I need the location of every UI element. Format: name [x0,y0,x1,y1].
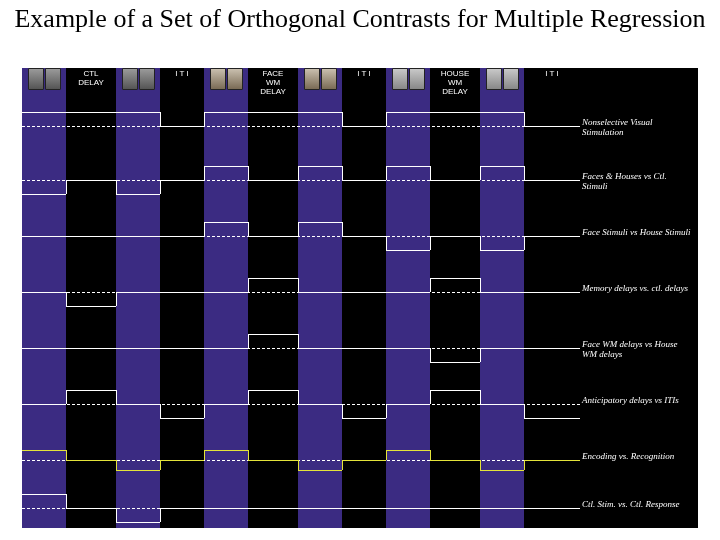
contrast-step [204,166,248,167]
contrast-step [116,470,160,471]
contrast-step [248,180,298,181]
contrast-step [22,348,66,349]
contrast-step-vert [248,390,249,404]
contrast-step-vert [66,390,67,404]
slide-title: Example of a Set of Orthogonal Contrasts… [0,0,720,34]
contrast-step [204,222,248,223]
contrast-baseline [22,126,580,127]
contrast-step-vert [248,278,249,292]
contrast-step [524,418,580,419]
contrast-step [386,404,430,405]
contrast-step [66,460,116,461]
contrast-step-vert [116,508,117,522]
contrast-step-vert [204,222,205,236]
contrast-step [160,126,204,127]
contrast-step [524,236,580,237]
contrast-step [160,460,204,461]
contrast-step [66,508,116,509]
contrast-step-vert [524,112,525,126]
contrast-step [524,292,580,293]
stimulus-thumb-icon [503,68,519,90]
stimulus-thumbs [204,68,248,92]
contrast-step-vert [160,180,161,194]
stimulus-thumb-icon [304,68,320,90]
condition-label: I T I [342,70,386,79]
contrast-step-vert [386,404,387,418]
condition-label: I T I [160,70,204,79]
stimulus-thumbs [480,68,524,92]
contrast-label: Memory delays vs. ctl. delays [582,284,694,294]
contrast-step-vert [430,166,431,180]
contrast-step [22,494,66,495]
contrast-step [66,390,116,391]
contrast-step [248,278,298,279]
stimulus-thumb-icon [45,68,61,90]
contrast-step [386,508,430,509]
contrast-step [66,348,116,349]
contrast-step [116,292,160,293]
condition-c2 [116,68,160,528]
condition-c0 [22,68,66,528]
contrast-step [298,404,342,405]
contrast-step [66,112,116,113]
contrast-step-vert [298,334,299,348]
contrast-step [430,390,480,391]
contrast-step [298,112,342,113]
contrast-step [524,348,580,349]
contrast-step [298,470,342,471]
contrast-step-vert [66,450,67,460]
condition-c1: CTLDELAY [66,68,116,528]
contrast-step [298,222,342,223]
contrast-step [22,236,66,237]
contrast-step [480,404,524,405]
contrast-step [116,112,160,113]
contrast-step [204,508,248,509]
contrast-step [22,292,66,293]
contrast-step-vert [430,236,431,250]
contrast-label: Face WM delays vs House WM delays [582,340,694,360]
contrast-step [342,292,386,293]
contrast-step [480,166,524,167]
contrast-step [248,112,298,113]
contrast-step-vert [386,112,387,126]
contrast-step-vert [248,450,249,460]
contrast-label: Nonselective Visual Stimulation [582,118,694,138]
contrast-step-vert [116,460,117,470]
stimulus-thumb-icon [409,68,425,90]
contrast-step-vert [524,236,525,250]
contrast-step-vert [430,348,431,362]
contrast-step [430,112,480,113]
contrast-step [204,404,248,405]
contrast-step [342,460,386,461]
contrast-step [160,508,204,509]
contrast-label: Ctl. Stim. vs. Ctl. Response [582,500,694,510]
contrast-step [22,112,66,113]
contrast-step-vert [160,508,161,522]
contrast-step-vert [204,404,205,418]
contrast-step-vert [524,166,525,180]
contrast-step [480,292,524,293]
contrast-step-vert [204,112,205,126]
contrast-step [430,508,480,509]
contrast-step-vert [116,292,117,306]
contrast-step [342,180,386,181]
contrast-step [386,348,430,349]
contrast-step [160,348,204,349]
contrast-step [430,180,480,181]
contrast-step-vert [160,404,161,418]
contrast-plot: CTLDELAYI T IFACEWMDELAYI T IHOUSEWMDELA… [22,68,698,528]
contrast-step [524,126,580,127]
contrast-step-vert [298,460,299,470]
contrast-step [66,306,116,307]
contrast-step [116,194,160,195]
contrast-step [386,450,430,451]
condition-label: HOUSEWMDELAY [430,70,480,96]
contrast-step [160,292,204,293]
contrast-step [430,236,480,237]
contrast-step-vert [386,236,387,250]
contrast-step [480,470,524,471]
condition-label: CTLDELAY [66,70,116,88]
contrast-step [524,508,580,509]
contrast-step [248,508,298,509]
contrast-step [386,292,430,293]
